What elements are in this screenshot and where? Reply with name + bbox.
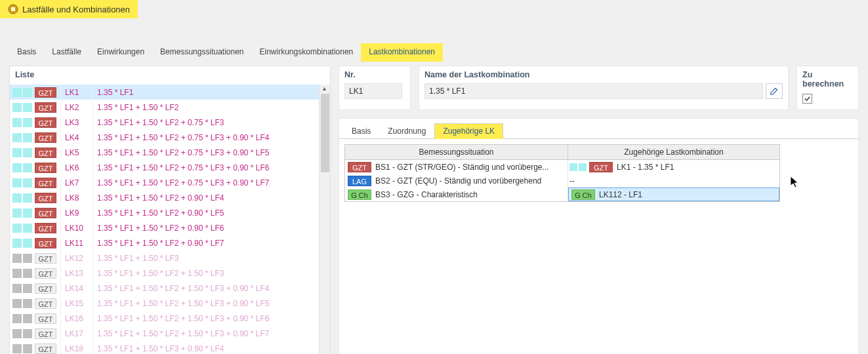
lk-code: LK3: [65, 118, 93, 127]
list-row[interactable]: GZTLK161.35 * LF1 + 1.50 * LF2 + 1.50 * …: [10, 311, 330, 326]
type-badge: GZT: [35, 193, 56, 203]
lk-expression: 1.35 * LF1 + 1.50 * LF2 + 0.90 * LF6: [97, 224, 224, 233]
lk-expression: 1.35 * LF1 + 1.50 * LF2: [97, 103, 178, 112]
status-square-icon: [23, 163, 32, 172]
window-title-tab: Lastfälle und Kombinationen: [0, 0, 138, 18]
type-badge: GZT: [35, 132, 56, 143]
main-tab-strip: BasisLastfälleEinwirkungenBemessungssitu…: [0, 38, 868, 62]
nr-label: Nr.: [344, 70, 405, 79]
grid-row[interactable]: LAGBS2 - GZT (EQU) - Ständig und vorüber…: [345, 174, 779, 187]
main-tab-basis[interactable]: Basis: [9, 43, 44, 62]
status-square-icon: [12, 284, 22, 293]
list-row[interactable]: GZTLK141.35 * LF1 + 1.50 * LF2 + 1.50 * …: [10, 281, 330, 296]
list-row[interactable]: GZTLK81.35 * LF1 + 1.50 * LF2 + 0.90 * L…: [10, 190, 330, 205]
status-square-icon: [23, 88, 32, 97]
list-header: Liste: [10, 66, 330, 85]
sub-tab-zugehörige-lk[interactable]: Zugehörige LK: [434, 123, 503, 139]
main-tab-einwirkungskombinationen[interactable]: Einwirkungskombinationen: [252, 43, 362, 62]
situation-badge: GZT: [348, 162, 371, 172]
status-square-icon: [12, 254, 22, 263]
list-row[interactable]: GZTLK151.35 * LF1 + 1.50 * LF2 + 1.50 * …: [10, 296, 330, 311]
lk-code: LK13: [65, 269, 93, 278]
lk-expression: 1.35 * LF1 + 1.50 * LF2 + 0.75 * LF3: [97, 118, 224, 127]
scroll-up-icon[interactable]: ▲: [321, 85, 327, 92]
edit-name-button[interactable]: [766, 83, 783, 99]
main-tab-lastfälle[interactable]: Lastfälle: [44, 43, 89, 62]
list-row[interactable]: GZTLK131.35 * LF1 + 1.50 * LF2 + 1.50 * …: [10, 266, 330, 281]
status-square-icon: [12, 329, 22, 338]
situation-badge: LAG: [348, 176, 371, 186]
type-badge: GZT: [35, 298, 56, 309]
lk-code: LK6: [65, 163, 93, 172]
lk-code: LK10: [65, 224, 93, 233]
status-square-icon: [23, 118, 32, 127]
list-row[interactable]: GZTLK181.35 * LF1 + 1.50 * LF3 + 0.90 * …: [10, 341, 330, 354]
list-row[interactable]: GZTLK11.35 * LF1: [10, 85, 330, 100]
list-row[interactable]: GZTLK51.35 * LF1 + 1.50 * LF2 + 0.75 * L…: [10, 145, 330, 160]
lk-expression: 1.35 * LF1 + 1.50 * LF2 + 0.90 * LF5: [97, 208, 224, 218]
list-row[interactable]: GZTLK41.35 * LF1 + 1.50 * LF2 + 0.75 * L…: [10, 130, 330, 145]
status-square-icon: [23, 224, 32, 233]
grid-cell-situation[interactable]: GZTBS1 - GZT (STR/GEO) - Ständig und vor…: [345, 160, 568, 174]
list-row[interactable]: GZTLK121.35 * LF1 + 1.50 * LF3: [10, 250, 330, 266]
type-badge: GZT: [35, 163, 56, 173]
lk-expression: 1.35 * LF1 + 1.50 * LF2 + 0.75 * LF3 + 0…: [97, 178, 270, 187]
grid-cell-combination[interactable]: --: [568, 174, 779, 187]
lk-code: LK4: [65, 133, 93, 142]
type-badge: GZT: [35, 117, 56, 128]
svg-rect-1: [11, 7, 15, 11]
lk-code: LK11: [65, 239, 93, 248]
name-input[interactable]: 1.35 * LF1: [424, 83, 763, 99]
calc-checkbox[interactable]: [802, 94, 812, 104]
status-square-icon: [23, 314, 32, 323]
lk-expression: 1.35 * LF1 + 1.50 * LF2 + 0.90 * LF7: [97, 239, 224, 248]
status-square-icon: [12, 193, 22, 203]
grid-cell-situation[interactable]: LAGBS2 - GZT (EQU) - Ständig und vorüber…: [345, 174, 568, 187]
grid-cell-combination[interactable]: G ChLK112 - LF1: [568, 187, 779, 201]
lk-code: LK12: [65, 254, 93, 263]
grid-cell-situation[interactable]: G ChBS3 - GZG - Charakteristisch: [345, 187, 568, 201]
lk-code: LK14: [65, 284, 93, 293]
grid-cell-combination[interactable]: GZTLK1 - 1.35 * LF1: [568, 160, 779, 174]
status-square-icon: [12, 148, 22, 157]
grid-header-combination[interactable]: Zugehörige Lastkombination: [568, 145, 779, 160]
lk-code: LK1: [65, 88, 93, 97]
type-badge: GZT: [35, 87, 56, 98]
name-label: Name der Lastkombination: [424, 70, 783, 79]
list-row[interactable]: GZTLK101.35 * LF1 + 1.50 * LF2 + 0.90 * …: [10, 220, 330, 235]
grid-row[interactable]: GZTBS1 - GZT (STR/GEO) - Ständig und vor…: [345, 160, 779, 174]
calc-field-block: Zu berechnen: [796, 66, 859, 110]
nr-input[interactable]: LK1: [344, 83, 402, 99]
lk-expression: 1.35 * LF1 + 1.50 * LF2 + 1.50 * LF3 + 0…: [97, 284, 270, 293]
list-scrollbar[interactable]: ▲ ▼: [319, 85, 330, 354]
status-square-icon: [23, 208, 32, 218]
list-row[interactable]: GZTLK111.35 * LF1 + 1.50 * LF2 + 0.90 * …: [10, 235, 330, 250]
scroll-thumb[interactable]: [321, 94, 329, 172]
type-badge: GZT: [35, 178, 56, 188]
lk-expression: 1.35 * LF1 + 1.50 * LF2 + 0.75 * LF3 + 0…: [97, 148, 270, 157]
status-square-icon: [12, 163, 22, 172]
list-row[interactable]: GZTLK91.35 * LF1 + 1.50 * LF2 + 0.90 * L…: [10, 205, 330, 220]
sub-tab-basis[interactable]: Basis: [343, 123, 379, 139]
main-tab-einwirkungen[interactable]: Einwirkungen: [89, 43, 152, 62]
list-row[interactable]: GZTLK31.35 * LF1 + 1.50 * LF2 + 0.75 * L…: [10, 115, 330, 130]
list-row[interactable]: GZTLK61.35 * LF1 + 1.50 * LF2 + 0.75 * L…: [10, 160, 330, 175]
list-row[interactable]: GZTLK21.35 * LF1 + 1.50 * LF2: [10, 100, 330, 115]
grid-header-situation[interactable]: Bemessungssituation: [345, 145, 568, 160]
list-row[interactable]: GZTLK171.35 * LF1 + 1.50 * LF2 + 1.50 * …: [10, 326, 330, 341]
name-field-block: Name der Lastkombination 1.35 * LF1: [419, 66, 789, 110]
main-tab-bemessungssituationen[interactable]: Bemessungssituationen: [152, 43, 251, 62]
combination-text: LK112 - LF1: [599, 190, 642, 199]
lk-expression: 1.35 * LF1 + 1.50 * LF2 + 1.50 * LF3 + 0…: [97, 314, 270, 323]
main-tab-lastkombinationen[interactable]: Lastkombinationen: [361, 43, 443, 62]
status-square-icon: [23, 178, 32, 187]
list-row[interactable]: GZTLK71.35 * LF1 + 1.50 * LF2 + 0.75 * L…: [10, 175, 330, 190]
type-badge: GZT: [35, 328, 56, 339]
status-square-icon: [23, 148, 32, 157]
lk-expression: 1.35 * LF1 + 1.50 * LF2 + 1.50 * LF3: [97, 269, 224, 278]
lk-expression: 1.35 * LF1 + 1.50 * LF2 + 1.50 * LF3 + 0…: [97, 299, 270, 308]
status-square-icon: [23, 254, 32, 263]
type-badge: GZT: [35, 313, 56, 324]
sub-tab-zuordnung[interactable]: Zuordnung: [379, 123, 434, 139]
grid-row[interactable]: G ChBS3 - GZG - CharakteristischG ChLK11…: [345, 187, 779, 201]
